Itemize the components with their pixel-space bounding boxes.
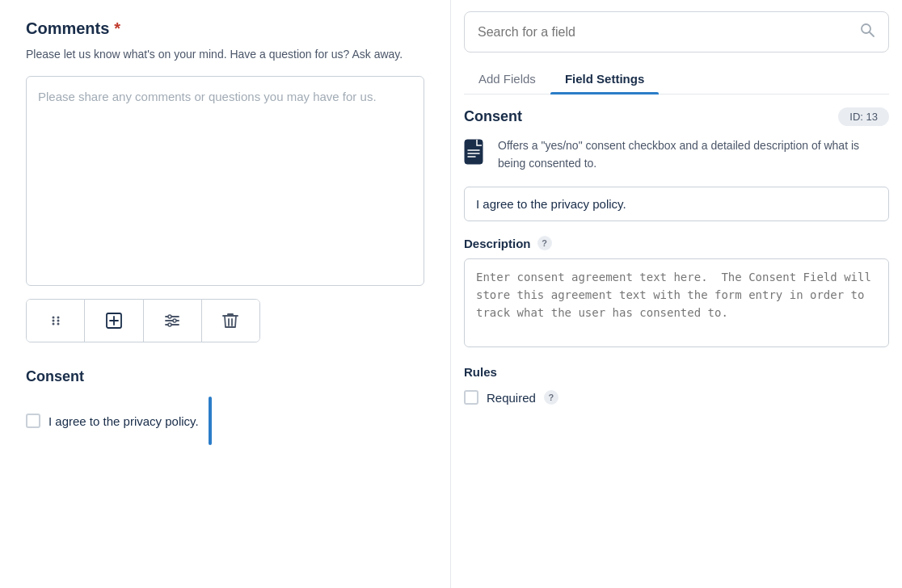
svg-point-12 — [168, 315, 171, 318]
field-toolbar — [26, 299, 260, 342]
comments-title: Comments — [26, 19, 109, 38]
search-bar[interactable] — [464, 11, 889, 52]
svg-point-13 — [173, 319, 176, 322]
required-checkbox[interactable] — [464, 390, 478, 405]
comments-textarea-wrapper[interactable]: Please share any comments or questions y… — [26, 76, 424, 286]
comments-textarea-placeholder: Please share any comments or questions y… — [38, 88, 377, 107]
blue-active-bar — [209, 397, 212, 445]
comments-title-row: Comments * — [26, 19, 424, 38]
svg-point-4 — [52, 323, 54, 326]
settings-content: Consent ID: 13 Offers a "yes/no" consent… — [451, 94, 902, 588]
add-field-icon — [105, 312, 123, 330]
svg-point-5 — [57, 323, 59, 326]
description-help-icon[interactable]: ? — [537, 236, 552, 250]
svg-point-3 — [57, 320, 59, 322]
search-icon — [859, 22, 875, 42]
svg-point-0 — [52, 317, 54, 319]
description-label: Description — [464, 237, 531, 250]
consent-checkbox-row: I agree to the privacy policy. — [26, 414, 199, 428]
delete-icon — [222, 312, 238, 330]
svg-point-2 — [52, 320, 54, 322]
tab-add-fields[interactable]: Add Fields — [464, 64, 550, 94]
svg-point-14 — [168, 323, 171, 326]
description-textarea[interactable] — [464, 258, 889, 347]
consent-description: Offers a "yes/no" consent checkbox and a… — [498, 137, 889, 172]
consent-checkbox[interactable] — [26, 414, 40, 428]
drag-handle-button[interactable] — [27, 300, 85, 342]
consent-field-title: Consent — [464, 108, 522, 125]
comments-description: Please let us know what's on your mind. … — [26, 46, 424, 63]
svg-rect-17 — [465, 140, 483, 164]
add-field-button[interactable] — [85, 300, 143, 342]
svg-line-16 — [870, 32, 874, 36]
consent-info-row: Offers a "yes/no" consent checkbox and a… — [464, 137, 889, 172]
left-panel: Comments * Please let us know what's on … — [0, 0, 451, 588]
tab-field-settings[interactable]: Field Settings — [550, 64, 659, 94]
privacy-policy-field[interactable]: I agree to the privacy policy. — [464, 187, 889, 221]
description-label-row: Description ? — [464, 236, 889, 250]
required-star: * — [114, 19, 120, 38]
svg-point-1 — [57, 317, 59, 319]
delete-button[interactable] — [202, 300, 259, 342]
settings-icon — [164, 313, 180, 329]
right-panel: Add Fields Field Settings Consent ID: 13… — [451, 0, 902, 588]
consent-label-text: I agree to the privacy policy. — [48, 414, 199, 428]
rules-label: Rules — [464, 365, 889, 379]
consent-section-label: Consent — [26, 368, 424, 385]
tabs-row: Add Fields Field Settings — [464, 64, 889, 94]
required-label: Required — [487, 391, 536, 405]
drag-icon — [48, 313, 63, 328]
consent-file-icon — [464, 139, 487, 172]
required-help-icon[interactable]: ? — [544, 390, 558, 405]
id-badge: ID: 13 — [838, 107, 889, 126]
svg-point-15 — [862, 24, 870, 33]
consent-header-row: Consent ID: 13 — [464, 107, 889, 126]
settings-button[interactable] — [144, 300, 202, 342]
required-row: Required ? — [464, 390, 889, 405]
search-input[interactable] — [478, 25, 851, 40]
consent-section: Consent I agree to the privacy policy. — [26, 368, 424, 445]
